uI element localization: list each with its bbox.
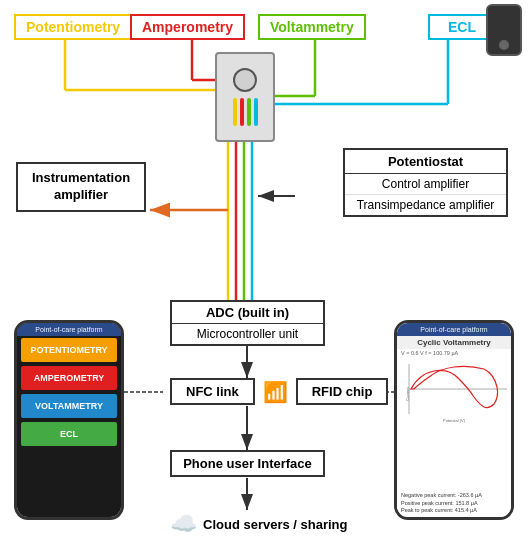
phone-menu-potentiometry: POTENTIOMETRY <box>21 338 117 362</box>
phone-icon-top <box>486 4 522 56</box>
phone-menu-voltammetry: VOLTAMMETRY <box>21 394 117 418</box>
nfc-box: NFC link <box>170 378 255 405</box>
sensor-line-blue <box>254 98 258 126</box>
phone-menu-ecl: ECL <box>21 422 117 446</box>
cloud-row: ☁️ Cloud servers / sharing <box>170 511 348 537</box>
phone-right-header: Point-of-care platform <box>397 323 511 336</box>
potentiostat-title: Potentiostat <box>345 150 506 174</box>
sensor-device <box>215 52 275 142</box>
phone-left: Point-of-care platform POTENTIOMETRY AMP… <box>14 320 124 520</box>
phone-right-chart-title: Cyclic Voltammetry <box>397 336 511 349</box>
phone-stat-0: Negative peak current: -263.6 µA <box>401 492 507 500</box>
instrumentation-amplifier-box: Instrumentation amplifier <box>16 162 146 212</box>
cloud-icon: ☁️ <box>170 511 197 537</box>
sensor-line-yellow <box>233 98 237 126</box>
svg-text:Current: Current <box>405 386 410 400</box>
phone-ui-box: Phone user Interface <box>170 450 325 477</box>
potentiostat-box: Potentiostat Control amplifier Transimpe… <box>343 148 508 217</box>
voltammetry-label: Voltammetry <box>258 14 366 40</box>
rfid-box: RFID chip <box>296 378 389 405</box>
diagram-container: Potentiometry Amperometry Voltammetry EC… <box>0 0 528 549</box>
potentiometry-label: Potentiometry <box>14 14 132 40</box>
adc-title: ADC (built in) <box>172 302 323 324</box>
phone-left-screen: Point-of-care platform POTENTIOMETRY AMP… <box>17 323 121 517</box>
adc-subtitle: Microcontroller unit <box>172 324 323 344</box>
phone-menu-amperometry: AMPEROMETRY <box>21 366 117 390</box>
phone-right-chart-area: Potential (V) Current <box>397 357 511 490</box>
cv-chart: Potential (V) Current <box>399 359 509 424</box>
sensor-lines <box>233 98 258 126</box>
phone-stat-2: Peak to peak current: 415.4 µA <box>401 507 507 515</box>
nfc-rfid-row: NFC link 📶 RFID chip <box>170 378 388 405</box>
potentiostat-control-amp: Control amplifier <box>345 174 506 195</box>
phone-left-header: Point-of-care platform <box>17 323 121 336</box>
nfc-signal-icon: 📶 <box>263 380 288 404</box>
cloud-text: Cloud servers / sharing <box>203 517 348 532</box>
phone-stat-1: Positive peak current: 151.8 µA <box>401 500 507 508</box>
instrumentation-amplifier-text: Instrumentation amplifier <box>26 170 136 204</box>
svg-text:Potential (V): Potential (V) <box>443 418 466 423</box>
sensor-line-green <box>247 98 251 126</box>
phone-right-voltage: V = 0.6 V f = 100.79 µA <box>397 349 511 357</box>
phone-right-stats: Negative peak current: -263.6 µA Positiv… <box>397 490 511 517</box>
sensor-line-red <box>240 98 244 126</box>
potentiostat-transimpedance: Transimpedance amplifier <box>345 195 506 215</box>
phone-right: Point-of-care platform Cyclic Voltammetr… <box>394 320 514 520</box>
phone-right-screen: Point-of-care platform Cyclic Voltammetr… <box>397 323 511 517</box>
amperometry-label: Amperometry <box>130 14 245 40</box>
sensor-circle <box>233 68 257 92</box>
adc-box: ADC (built in) Microcontroller unit <box>170 300 325 346</box>
